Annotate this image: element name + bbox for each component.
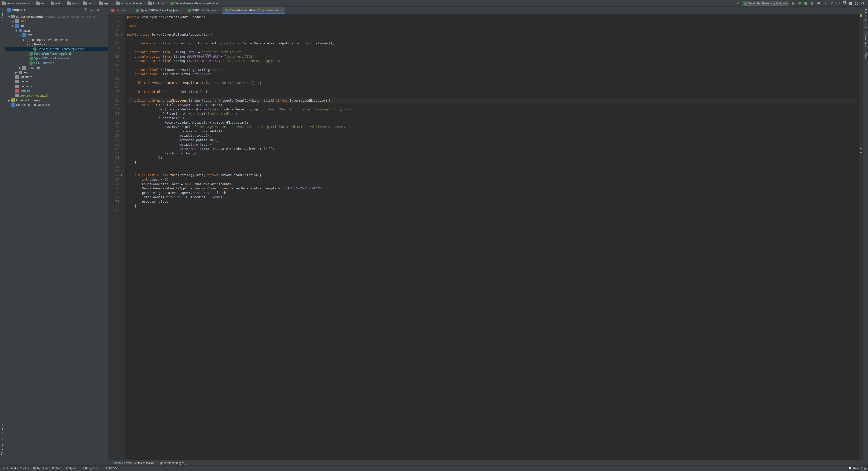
tool-strip-button[interactable]: Database xyxy=(863,15,868,32)
breadcrumb-item[interactable]: src xyxy=(35,2,46,5)
gutter-line[interactable]: 68 xyxy=(108,173,119,178)
breadcrumb-item[interactable]: serversentevents xyxy=(115,2,144,5)
gutter-line[interactable]: 71 xyxy=(108,186,119,191)
gutter-line[interactable]: 66 xyxy=(108,165,119,169)
code-editor[interactable]: package com.egen.serversentevents.Produc… xyxy=(125,14,859,460)
tab-close-icon[interactable]: × xyxy=(180,8,182,12)
gutter-line[interactable]: 64 xyxy=(108,156,119,160)
tree-arrow[interactable]: ▼ xyxy=(25,43,29,46)
tree-item[interactable]: SSEController xyxy=(5,61,108,65)
gutter-line[interactable]: 74 xyxy=(108,200,119,204)
gutter-line[interactable]: 24 xyxy=(108,46,119,50)
gutter-line[interactable]: 70 xyxy=(108,182,119,186)
gutter-line[interactable]: 28 xyxy=(108,63,119,68)
run-gutter-icon[interactable] xyxy=(121,174,122,176)
gutter-line[interactable]: 63 xyxy=(108,151,119,156)
tree-item[interactable]: ▼main xyxy=(5,28,108,33)
git-history-button[interactable] xyxy=(836,1,840,5)
build-button[interactable] xyxy=(736,1,740,5)
git-commit-button[interactable] xyxy=(830,1,834,5)
gutter-line[interactable]: 61 xyxy=(108,142,119,147)
breadcrumb-item[interactable]: ServerGenerateEventsApplication xyxy=(169,2,219,5)
tree-item[interactable]: ▼com.egen.serversentevents xyxy=(5,37,108,42)
gutter-line[interactable]: 57 xyxy=(108,125,119,129)
tab-close-icon[interactable]: × xyxy=(128,8,130,12)
gutter-line[interactable]: 54 xyxy=(108,112,119,116)
gutter-line[interactable]: 62 xyxy=(108,147,119,151)
status-bar-item[interactable]: ☰6: TODO xyxy=(102,467,117,470)
run-coverage-button[interactable] xyxy=(804,1,808,5)
tree-item[interactable]: ▼server-sent-events~/egen-development/se… xyxy=(5,14,108,19)
tree-arrow[interactable]: ▼ xyxy=(18,34,22,37)
status-bar-item[interactable]: 💬Event Log xyxy=(848,467,866,470)
tree-item[interactable]: ServerSentEventsApplication xyxy=(5,52,108,56)
tool-strip-button[interactable]: 2: Favorites xyxy=(0,422,5,441)
gutter-line[interactable]: 47 xyxy=(108,90,119,94)
gutter-line[interactable]: 56 xyxy=(108,120,119,125)
gutter-line[interactable]: 30 xyxy=(108,72,119,77)
breadcrumb-item[interactable]: main xyxy=(50,2,63,5)
tree-item[interactable]: ▼src xyxy=(5,24,108,28)
gutter-line[interactable]: 67 xyxy=(108,169,119,173)
project-expand-icon[interactable] xyxy=(90,8,94,12)
git-revert-button[interactable] xyxy=(842,1,846,5)
gutter-line[interactable]: 72 xyxy=(108,191,119,195)
gutter-line[interactable]: 75 xyxy=(108,204,119,208)
tree-item[interactable]: ▶test xyxy=(5,70,108,75)
tree-arrow[interactable]: ▼ xyxy=(22,38,25,41)
tree-item[interactable]: SpringSSEConfigurations xyxy=(5,56,108,61)
status-bar-item[interactable]: ⬡Endpoints xyxy=(82,467,98,470)
tree-arrow[interactable]: ▶ xyxy=(14,71,18,74)
tree-item[interactable]: ▼Producer xyxy=(5,42,108,47)
tool-strip-button[interactable]: Json Parser xyxy=(863,32,868,51)
project-settings-icon[interactable] xyxy=(96,8,100,12)
tree-arrow[interactable]: ▶ xyxy=(18,66,22,69)
tool-strip-button[interactable]: Ant xyxy=(863,7,868,15)
git-update-button[interactable] xyxy=(824,1,828,5)
gutter-line[interactable]: 3 xyxy=(108,24,119,28)
editor-tab[interactable]: pom.xml× xyxy=(108,7,133,14)
tab-close-icon[interactable]: × xyxy=(218,8,220,12)
gutter-line[interactable]: 50 xyxy=(108,94,119,98)
status-bar-item[interactable]: ⎇9: Version Control xyxy=(2,467,29,470)
gutter-line[interactable]: 25 xyxy=(108,50,119,55)
gutter-line[interactable]: 76 xyxy=(108,208,119,213)
tree-item[interactable]: .gitignore xyxy=(5,75,108,79)
gutter-line[interactable]: 51 xyxy=(108,98,119,103)
gutter-line[interactable]: 22 xyxy=(108,37,119,41)
search-button[interactable] xyxy=(861,1,865,5)
editor-tab[interactable]: SpringSSEConfigurations.java× xyxy=(133,7,185,14)
project-hide-icon[interactable]: — xyxy=(102,8,106,12)
editor-tab[interactable]: SSEController.java× xyxy=(185,7,223,14)
breadcrumb-item[interactable]: Producer xyxy=(147,2,165,5)
gutter-line[interactable]: 21 xyxy=(108,33,119,37)
tree-arrow[interactable]: ▼ xyxy=(7,15,11,18)
gutter-line[interactable]: 53 xyxy=(108,107,119,112)
gutter-line[interactable]: 29 xyxy=(108,68,119,72)
gutter-line[interactable]: 31 xyxy=(108,77,119,81)
tool-strip-button[interactable]: Maven xyxy=(863,51,868,63)
tree-arrow[interactable]: ▼ xyxy=(11,25,14,27)
run-gutter-icon[interactable] xyxy=(121,33,122,36)
tree-item[interactable]: ▶resources xyxy=(5,65,108,70)
gutter-line[interactable]: 1 xyxy=(108,15,119,20)
run-configuration[interactable]: ServerSentEventsApplication ▾ xyxy=(742,1,789,6)
fold-column[interactable] xyxy=(121,14,125,460)
gutter-line[interactable]: 58 xyxy=(108,129,119,134)
tree-item[interactable]: mvnw.cmd xyxy=(5,84,108,89)
breadcrumb-item[interactable]: server-sent-events xyxy=(1,2,31,5)
tree-item[interactable]: Scratches and Consoles xyxy=(5,102,108,107)
gutter-line[interactable]: 52 xyxy=(108,103,119,107)
gutter-line[interactable]: 23 xyxy=(108,41,119,46)
debug-button[interactable] xyxy=(798,1,802,5)
tool-strip-button[interactable]: 1: Project xyxy=(0,7,5,23)
tree-item[interactable]: ▶.idea xyxy=(5,19,108,24)
breadcrumb-item[interactable]: java xyxy=(66,2,78,5)
editor-breadcrumb-item[interactable]: generateMessages() xyxy=(160,462,187,465)
tool-strip-button[interactable]: 7: Structure xyxy=(0,441,5,460)
editor-breadcrumb-item[interactable]: ServerGenerateEventsApplication xyxy=(112,462,154,465)
marker-strip[interactable] xyxy=(859,14,863,460)
tree-item[interactable]: ▼java xyxy=(5,33,108,37)
stop-button[interactable] xyxy=(810,1,814,5)
breadcrumb-item[interactable]: com xyxy=(82,2,94,5)
